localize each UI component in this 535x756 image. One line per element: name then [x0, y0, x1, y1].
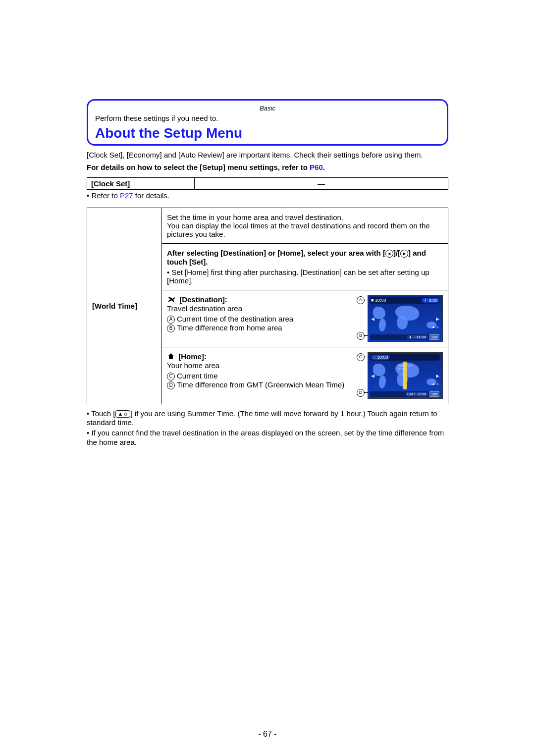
paragraph-refer-setup: For details on how to select the [Setup]…	[87, 163, 448, 172]
label-d-icon: D	[167, 381, 175, 389]
manual-page: Basic Perform these settings if you need…	[0, 0, 535, 756]
footnotes: • Touch [▲☼] if you are using Summer Tim…	[87, 409, 448, 447]
home-cell: [Home]: Your home area CCurrent time DTi…	[162, 347, 448, 404]
label-b-icon: B	[167, 324, 175, 332]
map-right-arrow-icon: ▸	[436, 315, 439, 323]
home-title: [Home]:	[178, 352, 207, 361]
clock-set-table: [Clock Set] —	[87, 177, 448, 190]
home-d-text: Time difference from GMT (Greenwich Mean…	[177, 380, 344, 389]
map-set-button[interactable]: Set	[429, 391, 439, 397]
text: For details on how to select the [Setup]…	[87, 163, 310, 171]
destination-title: [Destination]:	[179, 295, 227, 304]
world-time-desc: Set the time in your home area and trave…	[162, 208, 448, 243]
map-set-button[interactable]: Set	[429, 334, 439, 340]
destination-map-wrap: A B ■ 10:00 ✈ 0:00	[368, 295, 443, 342]
callout-d-icon: D	[357, 389, 365, 397]
text: ] if you are using Summer Time. (The tim…	[87, 409, 437, 427]
plane-icon	[167, 296, 176, 304]
section-title: About the Setup Menu	[95, 125, 440, 141]
dest-b-text: Time difference from home area	[177, 324, 282, 332]
text: .	[323, 163, 325, 171]
destination-cell: [Destination]: Travel destination area A…	[162, 290, 448, 347]
label-c-icon: C	[167, 373, 175, 380]
clock-set-label: [Clock Set]	[87, 177, 195, 189]
dest-a-text: Current time of the destination area	[177, 315, 293, 323]
link-p27[interactable]: P27	[120, 191, 133, 200]
destination-map: ■ 10:00 ✈ 0:00 ◂ ▸ ⏵ +14:00 Set ▴ ☼	[368, 295, 443, 342]
callout-b-icon: B	[357, 332, 365, 340]
callout-c-icon: C	[357, 353, 365, 361]
dest-time: 0:00	[428, 298, 437, 303]
world-time-instruction: After selecting [Destination] or [Home],…	[162, 243, 448, 290]
map-right-arrow-icon: ▸	[436, 372, 439, 379]
left-arrow-icon: ◂	[385, 250, 393, 258]
home-time: 10:00	[377, 355, 388, 360]
world-time-label: [World Time]	[87, 208, 162, 404]
note-cannot-find: • If you cannot find the travel destinat…	[87, 429, 448, 447]
summer-time-button-icon: ▲☼	[115, 410, 131, 418]
map-left-arrow-icon: ◂	[371, 372, 374, 379]
text: After selecting [Destination] or [Home],…	[167, 249, 385, 257]
home-icon	[167, 353, 175, 361]
page-number: - 67 -	[87, 730, 448, 739]
note-set-home-first: • Set [Home] first thing after purchasin…	[167, 268, 443, 285]
home-sub: Your home area	[167, 361, 363, 370]
callout-a-icon: A	[357, 296, 365, 304]
link-p60[interactable]: P60	[310, 163, 323, 171]
section-header-box: Basic Perform these settings if you need…	[87, 99, 448, 146]
text: for details.	[133, 191, 169, 200]
home-c-text: Current time	[177, 372, 218, 380]
destination-sub: Travel destination area	[167, 304, 363, 313]
section-intro: Perform these settings if you need to.	[95, 114, 440, 122]
text: • Refer to	[87, 191, 120, 200]
paragraph-important-items: [Clock Set], [Economy] and [Auto Review]…	[87, 151, 448, 160]
world-time-table: [World Time] Set the time in your home a…	[87, 208, 448, 404]
home-map: ⌂ 10:00 New YorkMiami ◂ ▸ GMT -5:00 Set …	[368, 352, 443, 399]
label-a-icon: A	[167, 316, 175, 324]
text: ]/[	[393, 249, 400, 257]
section-category: Basic	[95, 105, 440, 112]
text: • Touch [	[87, 409, 115, 418]
clock-set-value: —	[195, 177, 448, 189]
note-summer-time: • Touch [▲☼] if you are using Summer Tim…	[87, 409, 448, 428]
clock-set-note: • Refer to P27 for details.	[87, 191, 448, 200]
right-arrow-icon: ▸	[400, 250, 408, 258]
home-map-wrap: C D ⌂ 10:00	[368, 352, 443, 399]
map-left-arrow-icon: ◂	[371, 315, 374, 323]
map-top-left: ■ 10:00	[371, 298, 386, 303]
